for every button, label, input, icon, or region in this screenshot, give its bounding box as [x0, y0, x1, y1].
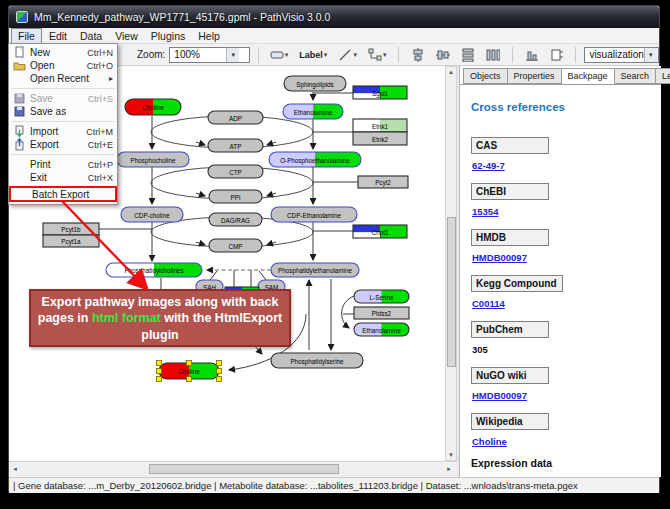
pathway-node-sphingolipids[interactable]: Sphingolipids	[284, 76, 346, 91]
tab-search[interactable]: Search	[615, 68, 657, 84]
menu-item-label: Open	[30, 60, 83, 71]
toolbar-button-align-center-vertical-icon[interactable]	[433, 46, 453, 64]
backpage-section-hmdb: HMDBHMDB00097	[471, 227, 661, 263]
chevron-down-icon[interactable]: ▾	[324, 51, 328, 59]
pathway-node-cmp[interactable]: CMP	[209, 239, 262, 252]
tab-backpage[interactable]: Backpage	[562, 68, 615, 84]
menu-item-open-recent[interactable]: Open Recent▸	[9, 72, 117, 85]
pathway-node-ethanolamine[interactable]: Ethanolamine	[283, 104, 343, 119]
pathway-node-ptdss2[interactable]: Ptdss2	[354, 307, 409, 319]
selection-handle[interactable]	[187, 361, 192, 366]
vertical-scroll-thumb[interactable]	[447, 217, 456, 367]
title-bar[interactable]: Mm_Kennedy_pathway_WP1771_45176.gpml - P…	[9, 6, 659, 28]
pathway-node-pcyt1a[interactable]: Pcyt1a	[43, 235, 99, 247]
menu-item-save-as[interactable]: Save as	[9, 105, 117, 118]
selection-handle[interactable]	[157, 369, 162, 374]
tab-legend[interactable]: Legend	[656, 68, 670, 84]
pathway-node-choline-top[interactable]: Choline	[125, 99, 181, 115]
pathway-node-ethanolamine-2[interactable]: Ethanolamine	[354, 323, 409, 336]
menu-plugins[interactable]: Plugins	[145, 29, 191, 43]
scroll-left-icon[interactable]: ◂	[10, 464, 20, 474]
pathway-node-phosphatidylcholines[interactable]: Phosphatidylcholines	[106, 263, 202, 277]
menu-item-exit[interactable]: ExitCtrl+X	[9, 171, 117, 184]
tab-properties[interactable]: Properties	[508, 68, 562, 84]
pathway-node-ctp[interactable]: CTP	[208, 165, 263, 178]
canvas-horizontal-scrollbar[interactable]: ◂ ▸	[9, 461, 457, 477]
pathway-node-cdp-ethanolamine[interactable]: CDP-Ethanolamine	[271, 207, 357, 222]
selection-handle[interactable]	[157, 361, 162, 366]
menu-item-export[interactable]: ExportCtrl+E	[9, 138, 117, 151]
toolbar-button-line-tool-icon[interactable]: ▾	[335, 46, 360, 64]
menu-item-open[interactable]: OpenCtrl+O	[9, 59, 117, 72]
chevron-down-icon[interactable]: ▾	[285, 51, 289, 59]
pathway-node-phosphocholine[interactable]: Phosphocholine	[117, 152, 189, 167]
tab-objects[interactable]: Objects	[463, 68, 508, 84]
scroll-up-icon[interactable]: ▴	[446, 67, 456, 77]
pathway-node-phosphatidylethanolamine[interactable]: Phosphatidylethanolamine	[271, 263, 359, 277]
selection-handle[interactable]	[187, 377, 192, 382]
pathway-node-phosphatidylserine[interactable]: Phosphatidylserine	[271, 353, 363, 368]
menu-item-import[interactable]: ImportCtrl+M	[9, 125, 117, 138]
pathway-node-dag-rag[interactable]: DAG/RAG	[209, 213, 262, 226]
toolbar-button-label-tool[interactable]: Label▾	[296, 46, 330, 64]
pathway-edge[interactable]	[267, 193, 276, 196]
toolbar-button-datanode-icon[interactable]: ▾	[267, 46, 292, 64]
menu-edit[interactable]: Edit	[43, 29, 73, 43]
menu-file[interactable]: File	[11, 28, 42, 44]
line-tool-icon	[338, 48, 352, 62]
menu-view[interactable]: View	[109, 29, 144, 43]
scroll-right-icon[interactable]: ▸	[444, 464, 454, 474]
toolbar-button-align-center-horizontal-icon[interactable]	[408, 46, 428, 64]
selection-handle[interactable]	[217, 361, 222, 366]
toolbar-button-connector-tool-icon[interactable]: ▾	[365, 46, 390, 64]
toolbar-button-page-layout-icon[interactable]	[547, 46, 567, 64]
distribute-horizontal-icon	[486, 48, 500, 62]
cross-reference-link[interactable]: HMDB00097	[472, 390, 661, 401]
selection-handle[interactable]	[217, 369, 222, 374]
zoom-combo[interactable]: 100% ▾	[169, 47, 250, 63]
cross-reference-link[interactable]: HMDB00097	[472, 252, 661, 263]
selection-handle[interactable]	[157, 377, 162, 382]
chevron-down-icon[interactable]: ▾	[644, 48, 657, 62]
canvas-vertical-scrollbar[interactable]: ▴ ▾	[445, 66, 457, 461]
pathway-edge[interactable]	[196, 142, 205, 145]
pathway-node-ppi[interactable]: PPi	[209, 190, 262, 203]
pathway-node-l-serine[interactable]: L-Serine	[354, 290, 409, 303]
pathway-node-sgpl1[interactable]: Sgpl1	[353, 86, 407, 99]
pathway-node-cdp-choline[interactable]: CDP-choline	[121, 207, 183, 222]
toolbar-button-distribute-vertical-icon[interactable]	[458, 46, 478, 64]
toolbar-button-align-bottom-icon[interactable]	[522, 46, 542, 64]
pathway-node-chpt1[interactable]: Chpt1	[353, 225, 407, 238]
pathway-node-choline-selected[interactable]: Choline	[157, 361, 222, 382]
chevron-down-icon[interactable]: ▾	[353, 51, 357, 59]
cross-reference-link[interactable]: 62-49-7	[472, 160, 661, 171]
pathway-edge[interactable]	[196, 242, 205, 245]
horizontal-scroll-thumb[interactable]	[149, 464, 339, 474]
visualization-combo[interactable]: visualization ▾	[584, 47, 659, 63]
pathway-node-etnk2[interactable]: Etnk2	[353, 132, 407, 145]
menu-item-batch-export[interactable]: Batch Export	[9, 186, 117, 202]
menu-item-new[interactable]: NewCtrl+N	[9, 46, 117, 59]
pathway-edge[interactable]	[267, 142, 276, 145]
pathway-node-pcyt1b[interactable]: Pcyt1b	[43, 223, 99, 235]
pathway-node-adp[interactable]: ADP	[208, 111, 263, 124]
pathway-edge[interactable]	[210, 271, 217, 280]
cross-reference-link[interactable]: Choline	[472, 436, 661, 447]
scroll-down-icon[interactable]: ▾	[446, 450, 456, 460]
selection-handle[interactable]	[217, 377, 222, 382]
cross-reference-link[interactable]: 15354	[472, 206, 661, 217]
pathway-node-pcyt2[interactable]: Pcyt2	[358, 176, 408, 188]
pathway-node-etnk1[interactable]: Etnk1	[353, 119, 407, 132]
toolbar-button-distribute-horizontal-icon[interactable]	[483, 46, 503, 64]
pathway-edge[interactable]	[259, 271, 266, 280]
pathway-node-o-phosphoethanolamine[interactable]: O-Phosphoethanolamine	[269, 152, 361, 167]
pathway-node-atp[interactable]: ATP	[208, 139, 263, 152]
menu-item-print[interactable]: PrintCtrl+P	[9, 158, 117, 171]
pathway-edge[interactable]	[342, 296, 354, 328]
cross-reference-link[interactable]: C00114	[472, 298, 661, 309]
pathway-edge[interactable]	[196, 193, 205, 196]
chevron-down-icon[interactable]: ▾	[226, 48, 239, 62]
menu-help[interactable]: Help	[192, 29, 226, 43]
chevron-down-icon[interactable]: ▾	[383, 51, 387, 59]
menu-data[interactable]: Data	[74, 29, 108, 43]
